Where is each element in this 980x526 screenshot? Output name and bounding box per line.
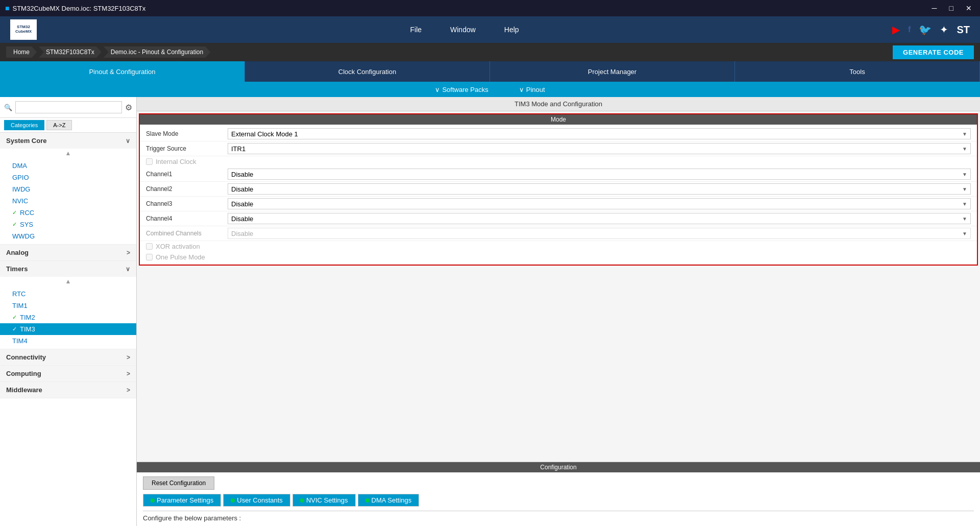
- channel1-value: Disable: [231, 171, 253, 178]
- tab-clock[interactable]: Clock Configuration: [245, 61, 490, 82]
- sidebar-section-middleware: Middleware >: [0, 382, 136, 398]
- xor-activation-label: XOR activation: [156, 243, 200, 250]
- reset-configuration-button[interactable]: Reset Configuration: [143, 476, 214, 490]
- timers-items: RTC TIM1 ✓ TIM2 ✓ TIM3 TIM4: [0, 286, 136, 349]
- tab-pinout[interactable]: Pinout & Configuration: [0, 61, 245, 82]
- internal-clock-row: Internal Clock: [140, 156, 977, 167]
- breadcrumb-project[interactable]: Demo.ioc - Pinout & Configuration: [104, 46, 210, 58]
- social-icon-1[interactable]: 🐦: [919, 23, 932, 36]
- channel1-dropdown[interactable]: Disable ▼: [228, 169, 971, 180]
- channel3-dropdown[interactable]: Disable ▼: [228, 198, 971, 209]
- channel2-dropdown[interactable]: Disable ▼: [228, 183, 971, 195]
- sidebar-section-header-middleware[interactable]: Middleware >: [0, 382, 136, 398]
- sidebar-item-tim3[interactable]: ✓ TIM3: [0, 323, 136, 335]
- one-pulse-mode-checkbox[interactable]: [146, 254, 153, 260]
- sidebar-item-wwdg[interactable]: WWDG: [0, 230, 136, 242]
- config-section-header: Configuration: [137, 462, 980, 472]
- slave-mode-dropdown[interactable]: External Clock Mode 1 ▼: [228, 128, 971, 139]
- config-params-label: Configure the below parameters :: [143, 511, 974, 522]
- main-layout: 🔍 ⚙ Categories A->Z System Core ∨ ▲ DMA …: [0, 97, 980, 526]
- sidebar-item-tim1[interactable]: TIM1: [0, 300, 136, 312]
- sys-check-icon: ✓: [12, 221, 17, 228]
- tab-tools[interactable]: Tools: [735, 61, 980, 82]
- logo: STM32CubeMX: [10, 19, 37, 40]
- title-bar-right: ─ □ ✕: [929, 3, 975, 13]
- search-input[interactable]: [15, 101, 122, 113]
- sidebar-section-header-timers[interactable]: Timers ∨: [0, 261, 136, 277]
- file-menu[interactable]: File: [406, 23, 426, 36]
- sidebar-item-gpio[interactable]: GPIO: [0, 172, 136, 183]
- window-menu[interactable]: Window: [446, 23, 480, 36]
- channel4-row: Channel4 Disable ▼: [140, 211, 977, 226]
- config-tab-user-constants[interactable]: User Constants: [223, 494, 290, 507]
- channel1-arrow-icon: ▼: [962, 172, 967, 177]
- sidebar-item-dma[interactable]: DMA: [0, 160, 136, 172]
- sidebar-item-sys[interactable]: ✓ SYS: [0, 219, 136, 230]
- combined-channels-row: Combined Channels Disable ▼: [140, 226, 977, 241]
- sidebar-section-analog: Analog >: [0, 245, 136, 261]
- trigger-source-label: Trigger Source: [146, 145, 228, 152]
- internal-clock-label: Internal Clock: [156, 158, 196, 165]
- tim3-check-icon: ✓: [12, 326, 17, 332]
- menu-items: File Window Help: [406, 23, 523, 36]
- channel2-row: Channel2 Disable ▼: [140, 182, 977, 197]
- nvic-settings-dot-icon: [300, 498, 304, 503]
- trigger-source-dropdown[interactable]: ITR1 ▼: [228, 143, 971, 154]
- internal-clock-checkbox[interactable]: [146, 158, 153, 165]
- sidebar-item-nvic[interactable]: NVIC: [0, 195, 136, 207]
- xor-activation-row: XOR activation: [140, 241, 977, 252]
- channel4-dropdown[interactable]: Disable ▼: [228, 213, 971, 224]
- sidebar-item-tim4[interactable]: TIM4: [0, 335, 136, 347]
- sidebar-section-header-system-core[interactable]: System Core ∨: [0, 133, 136, 149]
- menu-bar: STM32CubeMX File Window Help ▶ f 🐦 ✦ ST: [0, 16, 980, 43]
- channel1-row: Channel1 Disable ▼: [140, 167, 977, 182]
- subtab-pinout[interactable]: ∨ Pinout: [519, 86, 545, 93]
- combined-channels-dropdown[interactable]: Disable ▼: [228, 228, 971, 239]
- close-button[interactable]: ✕: [963, 3, 975, 13]
- rtc-label: RTC: [12, 290, 26, 298]
- maximize-button[interactable]: □: [946, 3, 957, 13]
- logo-box: STM32CubeMX: [10, 19, 37, 40]
- config-tab-parameter-settings[interactable]: Parameter Settings: [143, 494, 221, 507]
- help-menu[interactable]: Help: [500, 23, 523, 36]
- filter-buttons: Categories A->Z: [0, 118, 136, 133]
- st-logo-icon[interactable]: ST: [957, 24, 970, 36]
- sidebar-section-header-connectivity[interactable]: Connectivity >: [0, 349, 136, 365]
- tab-project-manager[interactable]: Project Manager: [490, 61, 735, 82]
- sub-tab-bar: ∨ Software Packs ∨ Pinout: [0, 82, 980, 97]
- sidebar-item-rcc[interactable]: ✓ RCC: [0, 207, 136, 219]
- scroll-up-timers[interactable]: ▲: [0, 277, 136, 286]
- combined-channels-arrow-icon: ▼: [962, 231, 967, 236]
- minimize-button[interactable]: ─: [929, 3, 940, 13]
- channel3-row: Channel3 Disable ▼: [140, 197, 977, 211]
- facebook-icon[interactable]: f: [908, 25, 911, 34]
- tim3-label: TIM3: [20, 325, 35, 333]
- parameter-settings-dot-icon: [151, 498, 155, 503]
- tim1-label: TIM1: [12, 302, 28, 309]
- sidebar-item-tim2[interactable]: ✓ TIM2: [0, 312, 136, 323]
- filter-az-button[interactable]: A->Z: [46, 120, 72, 130]
- xor-activation-checkbox[interactable]: [146, 243, 153, 250]
- sidebar-section-header-analog[interactable]: Analog >: [0, 245, 136, 260]
- mode-section: Mode Slave Mode External Clock Mode 1 ▼ …: [139, 113, 978, 266]
- search-icon: 🔍: [4, 104, 12, 111]
- config-tab-nvic-settings[interactable]: NVIC Settings: [292, 494, 356, 507]
- sidebar-item-rtc[interactable]: RTC: [0, 288, 136, 300]
- chevron-down-icon: ∨: [435, 86, 440, 93]
- config-tab-dma-settings[interactable]: DMA Settings: [358, 494, 420, 507]
- settings-icon[interactable]: ⚙: [125, 103, 132, 112]
- sidebar-section-header-computing[interactable]: Computing >: [0, 366, 136, 381]
- trigger-source-value: ITR1: [231, 145, 246, 153]
- breadcrumb-chip[interactable]: STM32F103C8Tx: [39, 46, 102, 58]
- subtab-software-packs[interactable]: ∨ Software Packs: [435, 86, 488, 93]
- filter-categories-button[interactable]: Categories: [4, 120, 44, 130]
- youtube-icon[interactable]: ▶: [892, 23, 900, 36]
- breadcrumb-home[interactable]: Home: [6, 46, 37, 58]
- social-icon-2[interactable]: ✦: [940, 23, 948, 36]
- generate-code-button[interactable]: GENERATE CODE: [893, 45, 974, 59]
- channel3-value: Disable: [231, 200, 253, 208]
- channel4-value: Disable: [231, 215, 253, 223]
- sidebar-item-iwdg[interactable]: IWDG: [0, 183, 136, 195]
- config-tabs: Parameter Settings User Constants NVIC S…: [143, 494, 974, 507]
- scroll-up-system-core[interactable]: ▲: [0, 149, 136, 158]
